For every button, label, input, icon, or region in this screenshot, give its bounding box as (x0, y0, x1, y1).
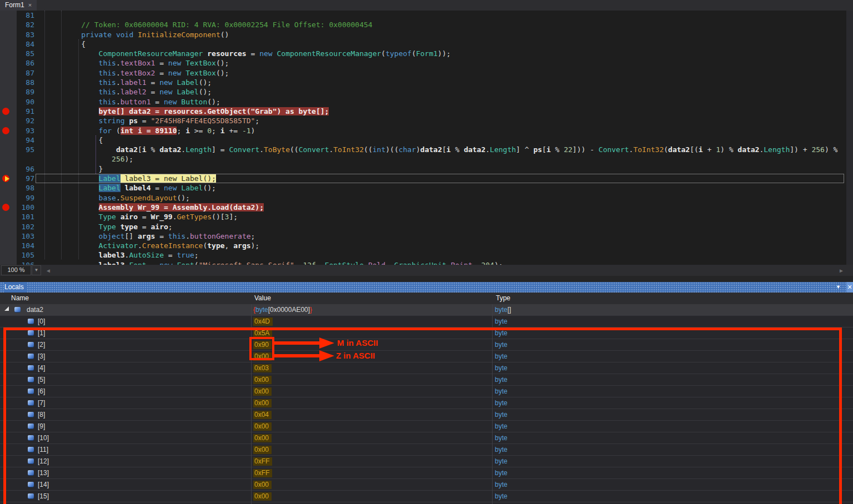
line-number: 88 (17, 78, 34, 87)
element-name: [10] (38, 434, 49, 442)
breakpoint-icon[interactable] (2, 127, 9, 134)
code-line: 87 this.textBox2 = new TextBox(); (0, 68, 846, 78)
breakpoint-margin[interactable] (0, 116, 17, 125)
element-value[interactable]: 0xFF (253, 457, 272, 465)
code-token: = (151, 184, 164, 192)
table-row[interactable]: [0]0x4Dbyte (0, 316, 853, 327)
table-row[interactable]: [3]0x00byte (0, 351, 853, 362)
breakpoint-margin[interactable] (0, 222, 17, 231)
indent (38, 155, 112, 163)
breakpoint-margin[interactable] (0, 174, 17, 183)
code-token: { (81, 40, 86, 48)
vertical-scrollbar[interactable] (846, 11, 853, 265)
code-token: new (259, 49, 272, 58)
zoom-level-control[interactable]: 100 % (1, 265, 31, 275)
table-row[interactable]: [7]0x00byte (0, 397, 853, 409)
code-token: % (147, 145, 159, 154)
element-value[interactable]: 0x00 (253, 434, 272, 442)
table-row[interactable]: [15]0x00byte (0, 491, 853, 502)
element-value[interactable]: 0x03 (253, 364, 272, 372)
breakpoint-margin[interactable] (0, 164, 17, 174)
breakpoint-margin[interactable] (0, 39, 17, 49)
element-value[interactable]: 0x00 (253, 352, 272, 360)
table-row[interactable]: [9]0x00byte (0, 421, 853, 432)
breakpoint-margin[interactable] (0, 11, 17, 20)
column-header-type[interactable]: Type (496, 293, 510, 304)
code-token: this (168, 232, 185, 240)
table-row[interactable]: [12]0xFFbyte (0, 456, 853, 467)
breakpoint-margin[interactable] (0, 250, 17, 260)
element-value[interactable]: 0x00 (253, 481, 272, 488)
close-icon[interactable]: ✕ (846, 282, 853, 293)
element-value[interactable]: 0x00 (253, 492, 272, 500)
table-row[interactable]: [1]0x5Abyte (0, 327, 853, 339)
element-value[interactable]: 0x00 (253, 399, 272, 407)
variable-value[interactable]: {byte[0x0000AE00]} (253, 306, 312, 314)
table-row[interactable]: [6]0x00byte (0, 386, 853, 397)
column-header-name[interactable]: Name (11, 293, 29, 304)
code-token: ) % (720, 145, 737, 154)
table-row[interactable]: [2]0x90byte (0, 339, 853, 351)
table-row[interactable]: [8]0x04byte (0, 409, 853, 421)
tab-form1[interactable]: Form1 × (0, 0, 37, 11)
element-value[interactable]: 0x04 (253, 411, 272, 419)
breakpoint-margin[interactable] (0, 241, 17, 250)
breakpoint-margin[interactable] (0, 154, 17, 164)
breakpoint-margin[interactable] (0, 58, 17, 68)
breakpoint-margin[interactable] (0, 20, 17, 29)
table-row[interactable]: [11]0x00byte (0, 444, 853, 456)
breakpoint-margin[interactable] (0, 68, 17, 78)
breakpoint-margin[interactable] (0, 231, 17, 241)
table-row[interactable]: [14]0x00byte (0, 479, 853, 491)
zoom-dropdown-icon[interactable]: ▼ (32, 265, 41, 275)
element-value[interactable]: 0x00 (253, 422, 272, 430)
column-divider[interactable] (492, 304, 493, 504)
breakpoint-margin[interactable] (0, 183, 17, 193)
field-icon (28, 447, 34, 452)
code-token: = (147, 261, 159, 265)
breakpoint-margin[interactable] (0, 260, 17, 265)
column-divider[interactable] (251, 304, 252, 504)
breakpoint-margin[interactable] (0, 212, 17, 221)
column-header-value[interactable]: Value (254, 293, 271, 304)
tab-close-icon[interactable]: × (28, 0, 32, 11)
breakpoint-icon[interactable] (2, 108, 9, 115)
table-row[interactable]: [5]0x00byte (0, 374, 853, 386)
breakpoint-margin[interactable] (0, 145, 17, 154)
breakpoint-margin[interactable] (0, 78, 17, 87)
breakpoint-margin[interactable] (0, 193, 17, 203)
code-token: (( (290, 145, 299, 154)
breakpoint-margin[interactable] (0, 107, 17, 116)
chevron-down-icon[interactable]: ▼ (836, 282, 841, 293)
code-line: 105 label3.AutoSize = true; (0, 250, 846, 260)
breakpoint-margin[interactable] (0, 126, 17, 135)
code-editor[interactable]: 8182 // Token: 0x06000004 RID: 4 RVA: 0x… (0, 11, 853, 265)
breakpoint-margin[interactable] (0, 87, 17, 97)
breakpoint-margin[interactable] (0, 203, 17, 212)
element-value[interactable]: 0xFF (253, 469, 272, 477)
element-value[interactable]: 0x90 (253, 341, 272, 349)
element-value[interactable]: 0x4D (253, 317, 273, 325)
code-token: = (147, 88, 159, 96)
table-row[interactable]: [10]0x00byte (0, 432, 853, 444)
element-value[interactable]: 0x00 (253, 376, 272, 384)
expander-icon[interactable] (4, 306, 9, 311)
table-row[interactable]: [4]0x03byte (0, 362, 853, 374)
breakpoint-margin[interactable] (0, 97, 17, 107)
breakpoint-icon[interactable] (2, 204, 9, 211)
scroll-left-icon[interactable]: ◄ (46, 268, 51, 274)
breakpoint-margin[interactable] (0, 135, 17, 145)
code-token: ; (194, 251, 199, 259)
element-value[interactable]: 0x00 (253, 387, 272, 395)
element-name: [4] (38, 364, 45, 372)
code-token: void (116, 31, 133, 39)
scroll-right-icon[interactable]: ► (839, 268, 844, 274)
table-row[interactable]: [13]0xFFbyte (0, 467, 853, 479)
code-token: [( (690, 145, 699, 154)
locals-title-bar[interactable]: Locals ▼ ✕ (0, 282, 853, 293)
element-value[interactable]: 0x00 (253, 446, 272, 453)
table-row[interactable]: data2{byte[0x0000AE00]}byte[] (0, 304, 853, 316)
breakpoint-margin[interactable] (0, 30, 17, 39)
breakpoint-margin[interactable] (0, 49, 17, 58)
element-value[interactable]: 0x5A (253, 329, 272, 337)
